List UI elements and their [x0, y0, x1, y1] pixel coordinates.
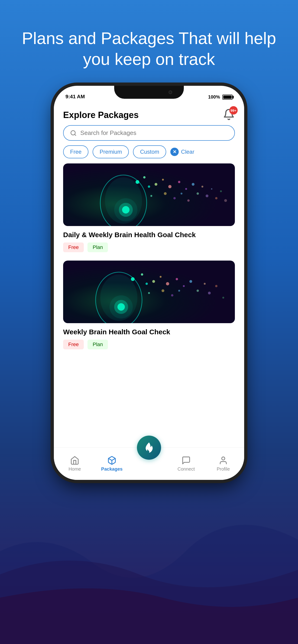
svg-line-1 [75, 134, 76, 136]
package-image-2 [63, 260, 235, 323]
package-card-2[interactable]: Weekly Brain Health Goal Check Free Plan [63, 260, 235, 349]
svg-point-38 [183, 285, 185, 287]
status-time: 9:41 AM [66, 94, 85, 100]
nav-packages-label: Packages [101, 466, 123, 472]
svg-point-17 [215, 197, 217, 199]
notification-bell-container[interactable]: 99+ [223, 108, 235, 122]
svg-point-37 [176, 278, 178, 280]
svg-point-8 [162, 179, 164, 180]
app-header: Explore Packages 99+ [54, 102, 244, 125]
battery-icon [222, 94, 232, 100]
notification-badge: 99+ [229, 106, 238, 114]
clear-label: Clear [181, 148, 194, 155]
svg-point-11 [185, 188, 187, 190]
connect-icon [181, 456, 191, 465]
tag-free-2: Free [63, 340, 84, 349]
chip-premium[interactable]: Premium [93, 145, 129, 158]
package-tags-1: Free Plan [63, 242, 235, 252]
brain-visual-2 [63, 260, 235, 323]
status-right: 100% [208, 94, 232, 100]
package-tags-2: Free Plan [63, 340, 235, 349]
search-container [54, 125, 244, 145]
search-icon [70, 130, 77, 136]
app-title: Explore Packages [63, 110, 139, 120]
svg-point-42 [208, 292, 211, 294]
svg-point-41 [204, 283, 206, 285]
svg-point-10 [178, 181, 180, 183]
tag-plan-2: Plan [88, 340, 108, 349]
svg-point-39 [189, 280, 192, 283]
hero-title: Plans and Packages That will help you ke… [19, 28, 279, 70]
clear-x-icon: ✕ [170, 148, 179, 156]
svg-point-14 [201, 186, 203, 188]
tag-plan-1: Plan [88, 242, 108, 252]
package-title-1: Daily & Weekly Brain Health Goal Check [63, 230, 235, 239]
svg-point-36 [166, 282, 169, 285]
svg-point-18 [220, 190, 222, 192]
svg-point-13 [197, 192, 199, 195]
svg-point-5 [136, 180, 139, 184]
tag-free-1: Free [63, 242, 84, 252]
svg-point-12 [192, 183, 194, 186]
nav-item-packages[interactable]: Packages [99, 456, 125, 472]
svg-point-22 [164, 192, 167, 195]
svg-point-54 [222, 457, 225, 460]
search-bar[interactable] [63, 125, 235, 141]
svg-point-49 [178, 290, 180, 292]
svg-point-20 [148, 186, 150, 188]
svg-point-21 [150, 195, 152, 197]
packages-icon [107, 456, 117, 465]
svg-point-28 [114, 198, 137, 222]
filter-chips: Free Premium Custom ✕ Clear [54, 145, 244, 164]
phone-frame: 9:41 AM 100% Explore Packages 99+ [54, 86, 244, 480]
svg-point-24 [181, 193, 182, 194]
svg-point-16 [211, 188, 212, 190]
bottom-nav: Home Packages Connect [54, 448, 244, 480]
package-card-1[interactable]: Daily & Weekly Brain Health Goal Check F… [63, 164, 235, 252]
svg-point-33 [141, 273, 143, 276]
svg-point-44 [222, 297, 224, 298]
chip-free[interactable]: Free [63, 145, 88, 158]
nav-profile-label: Profile [217, 466, 230, 472]
svg-point-34 [152, 280, 155, 283]
nav-connect-label: Connect [178, 466, 195, 472]
package-image-1 [63, 164, 235, 226]
brain-visual-1 [63, 164, 235, 226]
flame-icon [143, 442, 155, 454]
svg-point-35 [160, 276, 162, 278]
svg-point-9 [168, 185, 171, 188]
profile-icon [219, 456, 228, 465]
svg-point-15 [206, 194, 208, 197]
svg-point-45 [146, 282, 148, 285]
hero-section: Plans and Packages That will help you ke… [0, 0, 298, 86]
nav-item-home[interactable]: Home [62, 456, 88, 472]
svg-point-7 [155, 183, 157, 186]
svg-point-25 [187, 199, 190, 202]
status-bar: 9:41 AM 100% [54, 86, 244, 102]
home-icon [70, 456, 79, 465]
battery-percent: 100% [208, 94, 220, 100]
svg-point-19 [224, 199, 227, 202]
svg-point-48 [171, 294, 173, 296]
nav-item-connect[interactable]: Connect [173, 456, 199, 472]
svg-point-46 [148, 292, 150, 294]
svg-point-47 [162, 289, 164, 292]
packages-list: Daily & Weekly Brain Health Goal Check F… [54, 164, 244, 448]
package-title-2: Weekly Brain Health Goal Check [63, 327, 235, 336]
svg-rect-2 [63, 164, 235, 226]
fab-button[interactable] [137, 436, 161, 460]
chip-custom[interactable]: Custom [133, 145, 166, 158]
nav-home-label: Home [69, 466, 81, 472]
svg-point-52 [110, 295, 133, 318]
svg-point-40 [197, 290, 199, 292]
phone-screen: Explore Packages 99+ Free [54, 102, 244, 480]
nav-item-profile[interactable]: Profile [210, 456, 236, 472]
notch [114, 86, 184, 99]
svg-point-23 [173, 197, 176, 199]
search-input[interactable] [80, 129, 228, 136]
svg-point-6 [143, 176, 146, 178]
chip-clear[interactable]: ✕ Clear [170, 148, 194, 156]
svg-point-32 [131, 277, 135, 281]
svg-point-43 [215, 285, 217, 287]
